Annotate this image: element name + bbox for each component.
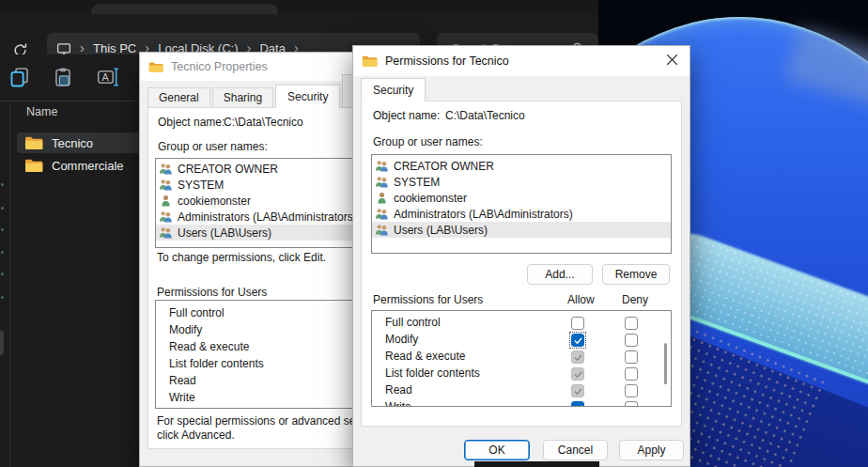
add-button[interactable]: Add... xyxy=(527,264,593,285)
tab-security[interactable]: Security xyxy=(361,78,426,101)
dialog-title: Permissions for Tecnico xyxy=(385,54,509,68)
permission-name: Write xyxy=(169,391,195,404)
advanced-hint-line2: click Advanced. xyxy=(157,428,235,442)
group-name: Administrators (LAB\Administrators) xyxy=(394,208,573,221)
group-list: CREATOR OWNER SYSTEM cookiemonster Admin… xyxy=(371,154,672,254)
object-name-value: C:\Data\Tecnico xyxy=(445,109,525,122)
permission-name: Read & execute xyxy=(169,340,249,353)
permissions-caption: Permissions for Users xyxy=(373,293,483,306)
permissions-dialog: Permissions for Tecnico Security Object … xyxy=(352,45,690,467)
permission-name: Read xyxy=(385,383,412,397)
dialog-title: Tecnico Properties xyxy=(171,60,268,73)
allow-checkbox[interactable] xyxy=(571,350,584,364)
acl-row-modify: Modify xyxy=(372,331,671,348)
groups-label: Group or user names: xyxy=(373,135,483,148)
allow-checkbox-wrap xyxy=(569,349,586,366)
paste-icon[interactable] xyxy=(53,67,73,87)
permission-name: Full control xyxy=(169,306,225,319)
deny-checkbox-wrap xyxy=(623,315,640,332)
file-name: Commerciale xyxy=(52,159,124,173)
folder-icon xyxy=(362,54,378,68)
deny-checkbox[interactable] xyxy=(625,401,638,407)
allow-checkbox-wrap xyxy=(569,382,586,399)
rename-icon[interactable]: A xyxy=(97,67,117,87)
acl-row-read-execute: Read & execute xyxy=(372,348,671,365)
chevron-right-icon[interactable]: › xyxy=(80,40,85,54)
explorer-tab-strip xyxy=(0,0,598,14)
permission-name: Modify xyxy=(169,323,202,336)
deny-checkbox[interactable] xyxy=(625,384,638,397)
nav-pane-dot xyxy=(1,272,4,275)
permission-name: Full control xyxy=(385,316,441,329)
deny-checkbox-wrap xyxy=(623,366,640,382)
group-name: CREATOR OWNER xyxy=(394,160,494,173)
folder-icon xyxy=(24,158,43,173)
permission-name: Special permissions xyxy=(169,408,270,409)
taskbar-fragment xyxy=(474,461,599,467)
object-name-label: Object name: xyxy=(373,109,440,122)
deny-checkbox-wrap xyxy=(623,382,640,399)
deny-checkbox[interactable] xyxy=(625,334,638,347)
nav-pane-dot xyxy=(1,296,4,299)
allow-checkbox[interactable] xyxy=(571,401,584,407)
allow-checkbox[interactable] xyxy=(571,384,584,397)
group-list-item[interactable]: Users (LAB\Users) xyxy=(372,222,671,238)
object-name-value: C:\Data\Tecnico xyxy=(224,116,303,129)
tab-security[interactable]: Security xyxy=(275,85,340,108)
edit-hint: To change permissions, click Edit. xyxy=(157,251,326,264)
allow-checkbox[interactable] xyxy=(571,367,584,381)
group-list-item[interactable]: CREATOR OWNER xyxy=(372,158,671,174)
folder-icon xyxy=(148,61,163,73)
group-name: Administrators (LAB\Administrators) xyxy=(178,210,357,224)
permission-name: Modify xyxy=(385,333,418,346)
allow-checkbox-wrap xyxy=(569,399,586,407)
navigation-pane-divider xyxy=(9,105,10,467)
permission-name: Read xyxy=(169,374,196,387)
group-list-item[interactable]: cookiemonster xyxy=(372,190,671,206)
tab-general[interactable]: General xyxy=(147,87,210,108)
nav-pane-dot xyxy=(1,207,4,210)
group-name: CREATOR OWNER xyxy=(178,163,278,176)
cancel-button[interactable]: Cancel xyxy=(543,440,608,460)
allow-checkbox-wrap xyxy=(569,315,586,332)
nav-pane-dot xyxy=(1,251,4,254)
nav-pane-dot xyxy=(1,183,4,186)
group-name: SYSTEM xyxy=(394,176,440,189)
close-icon[interactable] xyxy=(656,47,688,71)
copy-icon[interactable] xyxy=(9,67,30,87)
deny-checkbox[interactable] xyxy=(625,367,638,381)
list-scrollbar-thumb[interactable] xyxy=(664,343,667,384)
group-name: Users (LAB\Users) xyxy=(394,224,488,237)
deny-checkbox[interactable] xyxy=(625,317,638,330)
file-name: Tecnico xyxy=(52,136,93,150)
allow-checkbox-wrap xyxy=(569,332,586,349)
breadcrumb-item-this-pc[interactable]: This PC xyxy=(93,41,136,55)
acl-row-list-folder-contents: List folder contents xyxy=(372,365,671,381)
allow-checkbox-wrap xyxy=(569,366,586,382)
allow-checkbox[interactable] xyxy=(571,317,584,330)
folder-icon xyxy=(24,135,43,150)
permission-name: List folder contents xyxy=(169,357,264,370)
ok-button[interactable]: OK xyxy=(464,440,530,460)
group-name: SYSTEM xyxy=(178,179,224,192)
group-list-item[interactable]: Administrators (LAB\Administrators) xyxy=(372,206,671,222)
acl-row-write: Write xyxy=(372,398,671,407)
column-header-name[interactable]: Name xyxy=(26,105,57,118)
svg-text:A: A xyxy=(102,71,110,83)
tab-sharing[interactable]: Sharing xyxy=(212,87,273,108)
dialog-titlebar[interactable]: Permissions for Tecnico xyxy=(353,46,690,76)
nav-scrollbar-thumb[interactable] xyxy=(0,331,4,355)
apply-button[interactable]: Apply xyxy=(619,440,684,460)
advanced-hint-line1: For special permissions or advanced sett… xyxy=(157,414,377,428)
allow-checkbox[interactable] xyxy=(571,334,584,347)
security-tab-page: Object name: C:\Data\Tecnico Group or us… xyxy=(361,101,682,427)
permission-name: Read & execute xyxy=(385,350,465,363)
deny-checkbox[interactable] xyxy=(625,350,638,364)
remove-button[interactable]: Remove xyxy=(602,264,670,285)
deny-checkbox-wrap xyxy=(623,349,640,366)
allow-header: Allow xyxy=(567,293,595,306)
deny-checkbox-wrap xyxy=(623,332,640,349)
group-list-item[interactable]: SYSTEM xyxy=(372,174,671,190)
explorer-tab[interactable] xyxy=(91,4,278,14)
acl-checkbox-list: Full control Modify Read & execute List … xyxy=(371,310,672,407)
